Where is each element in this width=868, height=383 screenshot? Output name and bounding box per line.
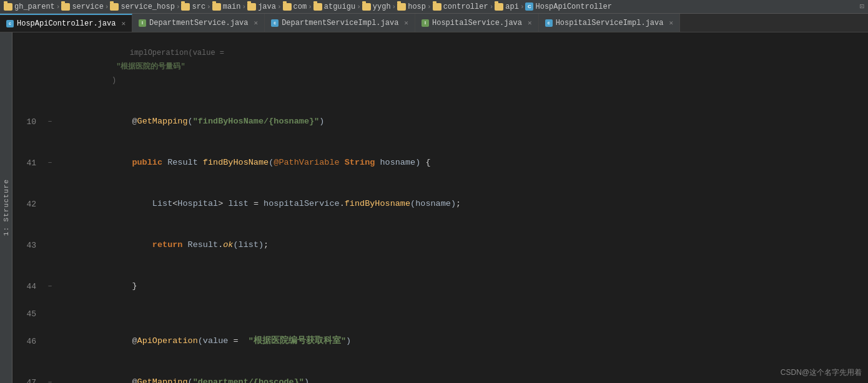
breadcrumb-label: hosp <box>408 2 426 11</box>
folder-icon <box>247 3 256 11</box>
code-lines: implOperation(value = "根据医院的号量码" ) 10 − … <box>12 32 868 383</box>
breadcrumb-item-class[interactable]: C HospApiController <box>525 2 611 11</box>
side-label: 1: Structure <box>0 32 12 383</box>
tab-bar: c HospApiController.java ✕ I DepartmentS… <box>0 14 868 32</box>
code-line-10: 10 − @GetMapping("findByHosName/{hosname… <box>12 101 868 142</box>
breadcrumb-sep: › <box>392 3 397 11</box>
breadcrumb-label: service_hosp <box>121 2 174 11</box>
tab-i-icon: I <box>422 19 429 27</box>
tab-label: HospitalServiceImpl.java <box>556 19 664 27</box>
tab-hosp-api-controller[interactable]: c HospApiController.java ✕ <box>0 14 132 32</box>
tab-i-icon: I <box>139 19 146 27</box>
breadcrumb-sep: › <box>242 3 247 11</box>
breadcrumb-label: controller <box>443 2 488 11</box>
tab-label: HospApiController.java <box>17 19 116 28</box>
code-line-46: 46 @ApiOperation(value = "根据医院编号获取科室") <box>12 321 868 362</box>
breadcrumb-sep: › <box>520 3 525 11</box>
breadcrumb-label: src <box>192 2 205 11</box>
code-line-partial: implOperation(value = "根据医院的号量码" ) <box>12 32 868 101</box>
breadcrumb-label: HospApiController <box>535 2 611 11</box>
expand-icon[interactable]: ⊡ <box>860 2 864 11</box>
code-line-43: 43 return Result.ok(list); <box>12 225 868 266</box>
tab-close-icon[interactable]: ✕ <box>404 19 408 27</box>
breadcrumb-label: java <box>258 2 276 11</box>
breadcrumb-item-yygh[interactable]: yygh <box>362 2 391 11</box>
breadcrumb-sep: › <box>207 3 211 11</box>
tab-label: HospitalService.java <box>432 19 522 27</box>
folder-icon <box>495 3 503 11</box>
tab-close-icon[interactable]: ✕ <box>528 19 532 27</box>
breadcrumb-item-service[interactable]: service <box>61 2 103 11</box>
breadcrumb-sep: › <box>277 3 282 11</box>
folder-icon <box>110 3 119 11</box>
folder-icon <box>4 3 12 11</box>
tab-c-icon: c <box>545 19 553 27</box>
breadcrumb-item-hosp[interactable]: hosp <box>397 2 426 11</box>
breadcrumb-item-service-hosp[interactable]: service_hosp <box>110 2 174 11</box>
breadcrumb-label: gh_parent <box>14 2 55 11</box>
breadcrumb-item-main[interactable]: main <box>212 2 241 11</box>
folder-icon <box>181 3 190 11</box>
breadcrumb-sep: › <box>427 3 432 11</box>
folder-icon <box>313 3 322 11</box>
tab-hospital-service[interactable]: I HospitalService.java ✕ <box>415 14 539 32</box>
tab-c-icon: c <box>6 20 14 27</box>
tab-close-icon[interactable]: ✕ <box>669 19 673 27</box>
breadcrumb-sep: › <box>105 3 109 11</box>
breadcrumb-sep: › <box>357 3 361 11</box>
breadcrumb-label: yygh <box>373 2 391 11</box>
watermark: CSDN@这个名字先用着 <box>781 367 862 378</box>
breadcrumb-label: api <box>505 2 519 11</box>
breadcrumb-item-controller[interactable]: controller <box>433 2 488 11</box>
breadcrumb-label: com <box>293 2 307 11</box>
breadcrumb-item-gh-parent[interactable]: gh_parent <box>4 2 55 11</box>
tab-c-icon: c <box>271 19 279 27</box>
breadcrumb-sep: › <box>176 3 180 11</box>
side-label-text: 1: Structure <box>2 179 10 236</box>
breadcrumb-item-java[interactable]: java <box>247 2 276 11</box>
code-line-45: 45 <box>12 307 868 321</box>
breadcrumb-bar: gh_parent › service › service_hosp › src… <box>0 0 868 14</box>
class-icon: C <box>525 2 533 11</box>
code-line-41: 41 − public Result findByHosName(@PathVa… <box>12 142 868 183</box>
tab-department-service-impl[interactable]: c DepartmentServiceImpl.java ✕ <box>265 14 415 32</box>
folder-icon <box>397 3 406 11</box>
breadcrumb-label: main <box>223 2 241 11</box>
folder-icon <box>283 3 292 11</box>
tab-department-service[interactable]: I DepartmentService.java ✕ <box>132 14 265 32</box>
tab-close-icon[interactable]: ✕ <box>254 19 259 27</box>
code-line-47: 47 − @GetMapping("department/{hoscode}") <box>12 362 868 383</box>
tab-label: DepartmentService.java <box>149 19 248 27</box>
editor-area: 1: Structure implOperation(value = "根据医院… <box>0 32 868 383</box>
tab-label: DepartmentServiceImpl.java <box>282 19 398 27</box>
breadcrumb-item-atguigu[interactable]: atguigu <box>313 2 355 11</box>
folder-icon <box>362 3 371 11</box>
breadcrumb-item-com[interactable]: com <box>283 2 307 11</box>
breadcrumb-label: service <box>72 2 103 11</box>
breadcrumb-item-api[interactable]: api <box>495 2 519 11</box>
folder-icon <box>212 3 221 11</box>
breadcrumb-label: atguigu <box>324 2 355 11</box>
folder-icon <box>433 3 441 11</box>
breadcrumb-sep: › <box>308 3 312 11</box>
code-line-44: 44 − } <box>12 266 868 307</box>
code-line-42: 42 List<Hospital> list = hospitalService… <box>12 183 868 225</box>
tab-hospital-service-impl[interactable]: c HospitalServiceImpl.java ✕ <box>539 14 680 32</box>
breadcrumb-sep: › <box>56 3 61 11</box>
folder-icon <box>61 3 70 11</box>
code-editor[interactable]: implOperation(value = "根据医院的号量码" ) 10 − … <box>12 32 868 383</box>
tab-close-icon[interactable]: ✕ <box>121 19 126 27</box>
breadcrumb-item-src[interactable]: src <box>181 2 205 11</box>
breadcrumb-sep: › <box>490 3 494 11</box>
